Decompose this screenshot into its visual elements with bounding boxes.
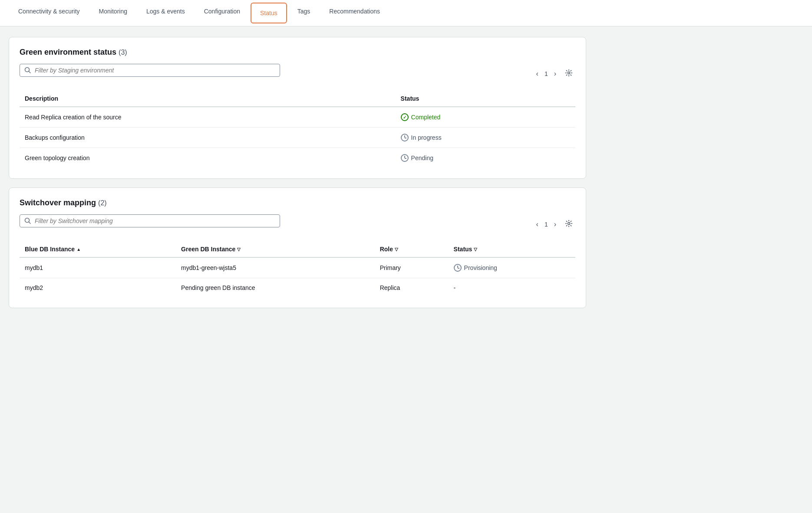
green-env-search-bar: [20, 64, 280, 77]
switchover-table: Blue DB Instance Green DB Instance Role …: [20, 241, 575, 297]
green-env-pagination-controls: ‹ 1 ›: [534, 68, 575, 79]
green-env-filter-row: ‹ 1 ›: [20, 64, 575, 84]
green-env-page-num: 1: [545, 70, 548, 77]
tab-monitoring[interactable]: Monitoring: [89, 0, 137, 26]
green-env-table-header: Description Status: [20, 91, 575, 107]
status-provisioning: Provisioning: [454, 264, 570, 272]
green-env-col-status: Status: [396, 91, 575, 107]
status-completed-label: Completed: [411, 114, 441, 121]
status-inprogress: In progress: [401, 134, 570, 141]
check-circle-icon: [401, 113, 409, 121]
switchover-filter-row: ‹ 1 ›: [20, 214, 575, 234]
green-env-card: Green environment status (3) ‹ 1 ›: [9, 37, 586, 179]
clock-icon-pending: [401, 154, 409, 162]
col-sort-role: Role: [380, 246, 398, 253]
switchover-row2-blue-db: mydb2: [20, 278, 176, 298]
switchover-count-val: (2): [98, 199, 107, 207]
tab-connectivity[interactable]: Connectivity & security: [9, 0, 89, 26]
switchover-prev-btn[interactable]: ‹: [534, 220, 541, 229]
green-env-prev-btn[interactable]: ‹: [534, 69, 541, 79]
switchover-page-num: 1: [545, 221, 548, 228]
green-env-next-btn[interactable]: ›: [551, 69, 559, 79]
green-env-row2-status: In progress: [396, 128, 575, 148]
table-row: Read Replica creation of the source Comp…: [20, 107, 575, 128]
search-icon-2: [24, 217, 31, 224]
switchover-next-btn[interactable]: ›: [551, 220, 559, 229]
svg-line-1: [29, 72, 31, 73]
green-env-row2-description: Backups configuration: [20, 128, 396, 148]
switchover-row2-green-db: Pending green DB instance: [176, 278, 375, 298]
switchover-pagination-controls: ‹ 1 ›: [534, 219, 575, 230]
switchover-row2-status: -: [449, 278, 575, 298]
switchover-row1-green-db: mydb1-green-wjsta5: [176, 257, 375, 278]
col-sort-status: Status: [454, 246, 478, 253]
status-pending: Pending: [401, 154, 570, 162]
green-env-title: Green environment status (3): [20, 48, 575, 57]
tab-tags[interactable]: Tags: [288, 0, 320, 26]
green-env-col-description: Description: [20, 91, 396, 107]
switchover-row2-role: Replica: [375, 278, 449, 298]
tab-status[interactable]: Status: [251, 3, 287, 23]
switchover-settings-btn[interactable]: [562, 219, 575, 230]
switchover-search-bar: [20, 214, 280, 227]
green-env-search-input[interactable]: [35, 67, 275, 74]
switchover-table-header: Blue DB Instance Green DB Instance Role …: [20, 241, 575, 257]
switchover-row1-blue-db: mydb1: [20, 257, 176, 278]
status-completed: Completed: [401, 113, 570, 121]
gear-icon: [565, 69, 573, 77]
switchover-col-green-db[interactable]: Green DB Instance: [176, 241, 375, 257]
switchover-title-text: Switchover mapping: [20, 198, 96, 207]
switchover-col-status[interactable]: Status: [449, 241, 575, 257]
switchover-card: Switchover mapping (2) ‹ 1 ›: [9, 187, 586, 308]
green-env-row1-description: Read Replica creation of the source: [20, 107, 396, 128]
tabs-bar: Connectivity & security Monitoring Logs …: [0, 0, 812, 26]
col-sort-blue-db: Blue DB Instance: [25, 246, 81, 253]
status-pending-label: Pending: [411, 155, 433, 161]
switchover-title: Switchover mapping (2): [20, 198, 575, 207]
table-row: Green topology creation Pending: [20, 148, 575, 168]
green-env-settings-btn[interactable]: [562, 68, 575, 79]
status-provisioning-label: Provisioning: [464, 264, 497, 271]
svg-line-4: [29, 222, 31, 224]
switchover-row1-role: Primary: [375, 257, 449, 278]
tab-recommendations[interactable]: Recommendations: [320, 0, 389, 26]
gear-icon-2: [565, 220, 573, 227]
table-row: mydb1 mydb1-green-wjsta5 Primary Provisi…: [20, 257, 575, 278]
green-env-row1-status: Completed: [396, 107, 575, 128]
switchover-col-blue-db[interactable]: Blue DB Instance: [20, 241, 176, 257]
clock-icon-provisioning: [454, 264, 462, 272]
green-env-table: Description Status Read Replica creation…: [20, 91, 575, 168]
green-env-row3-description: Green topology creation: [20, 148, 396, 168]
switchover-search-input[interactable]: [35, 217, 275, 224]
col-sort-green-db: Green DB Instance: [181, 246, 241, 253]
switchover-row1-status: Provisioning: [449, 257, 575, 278]
svg-point-5: [568, 223, 570, 225]
clock-icon-inprogress: [401, 134, 409, 141]
table-row: mydb2 Pending green DB instance Replica …: [20, 278, 575, 298]
tab-logs[interactable]: Logs & events: [137, 0, 195, 26]
switchover-col-role[interactable]: Role: [375, 241, 449, 257]
green-env-row3-status: Pending: [396, 148, 575, 168]
svg-point-2: [568, 72, 570, 74]
tab-configuration[interactable]: Configuration: [195, 0, 250, 26]
page-content: Green environment status (3) ‹ 1 ›: [0, 26, 595, 319]
status-inprogress-label: In progress: [411, 134, 442, 141]
green-env-title-text: Green environment status: [20, 48, 116, 56]
green-env-count-val: (3): [119, 49, 127, 56]
search-icon: [24, 67, 31, 74]
table-row: Backups configuration In progress: [20, 128, 575, 148]
